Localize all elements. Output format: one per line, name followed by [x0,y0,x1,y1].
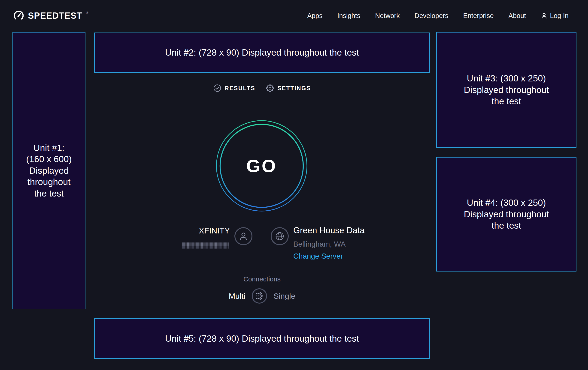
tab-settings[interactable]: SETTINGS [266,84,311,92]
multi-connection-toggle-icon[interactable] [251,288,267,304]
nav-item-network[interactable]: Network [375,12,399,20]
speedtest-logo[interactable]: SPEEDTEST ® [13,10,88,22]
login-button[interactable]: Log In [541,12,569,20]
connections-label: Connections [94,275,430,283]
nav-item-insights[interactable]: Insights [337,12,360,20]
isp-avatar [234,227,252,245]
connection-mode-multi[interactable]: Multi [229,291,245,300]
ad-unit-2-label: Unit #2: (728 x 90) Displayed throughout… [165,47,359,58]
nav-item-apps[interactable]: Apps [307,12,322,20]
go-label: GO [214,119,309,213]
ad-unit-4[interactable]: Unit #4: (300 x 250) Displayed throughou… [436,157,577,271]
isp-name: XFINITY [159,226,230,235]
server-avatar [271,227,289,245]
login-label: Log In [550,12,569,20]
ad-unit-2[interactable]: Unit #2: (728 x 90) Displayed throughout… [94,32,430,73]
nav-item-developers[interactable]: Developers [415,12,449,20]
tab-results[interactable]: RESULTS [213,84,255,92]
go-button[interactable]: GO [214,119,309,213]
ad-unit-4-label: Unit #4: (300 x 250) Displayed throughou… [458,197,555,231]
person-icon [239,231,248,241]
tab-settings-label: SETTINGS [277,85,311,91]
tab-results-label: RESULTS [225,85,255,91]
top-nav: SPEEDTEST ® Apps Insights Network Develo… [0,0,588,31]
speedtest-gauge-icon [13,10,25,22]
server-location: Bellingham, WA [293,240,346,249]
view-tabs: RESULTS SETTINGS [94,81,430,95]
logo-text: SPEEDTEST [28,11,82,21]
globe-icon [275,231,285,241]
ad-unit-1-label: Unit #1: (160 x 600) Displayed throughou… [24,142,74,199]
server-name: Green House Data [293,226,365,235]
check-circle-icon [213,84,221,92]
connection-mode-single[interactable]: Single [273,291,295,300]
ad-unit-3-label: Unit #3: (300 x 250) Displayed throughou… [458,73,555,107]
gear-icon [266,84,274,92]
logo-trademark: ® [86,11,88,15]
nav-item-enterprise[interactable]: Enterprise [463,12,494,20]
connections-row: Multi Single [94,288,430,304]
change-server-link[interactable]: Change Server [293,252,343,260]
ad-unit-3[interactable]: Unit #3: (300 x 250) Displayed throughou… [436,32,577,148]
ip-address-redacted [182,242,229,249]
user-icon [541,12,547,19]
ad-unit-1[interactable]: Unit #1: (160 x 600) Displayed throughou… [12,32,85,309]
nav-item-about[interactable]: About [509,12,526,20]
speedtest-page: SPEEDTEST ® Apps Insights Network Develo… [0,0,588,370]
ad-unit-5[interactable]: Unit #5: (728 x 90) Displayed throughout… [94,318,430,359]
ad-unit-5-label: Unit #5: (728 x 90) Displayed throughout… [165,333,359,344]
nav-menu: Apps Insights Network Developers Enterpr… [307,12,569,20]
